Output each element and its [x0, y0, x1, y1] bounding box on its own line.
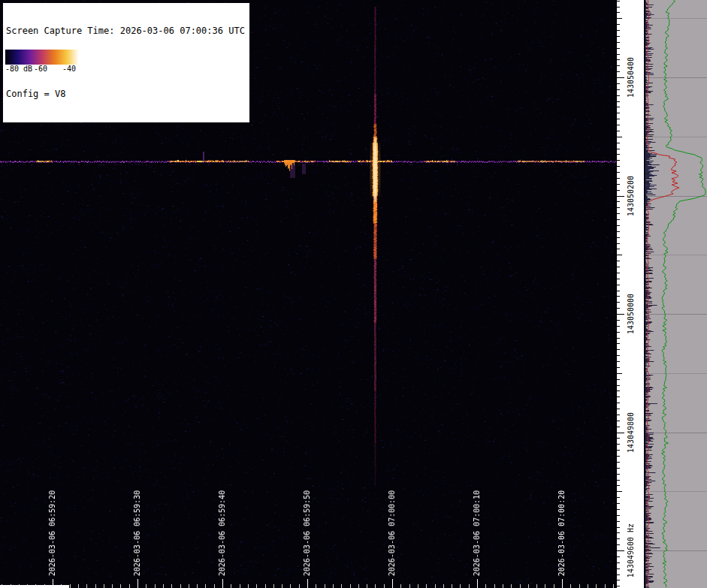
freq-tick: [617, 468, 620, 469]
freq-tick: [617, 296, 620, 297]
freq-tick: [617, 137, 622, 137]
freq-tick: [617, 143, 620, 143]
freq-tick: [617, 415, 620, 415]
config-text: Config = V8: [6, 89, 245, 99]
freq-tick-label: 143049600 Hz: [627, 523, 636, 577]
time-tick-label: 2026-03-06 06:59:50: [303, 490, 312, 576]
freq-tick: [617, 320, 620, 321]
bottom-scrollbar-thumb[interactable]: [0, 585, 69, 588]
freq-tick: [617, 379, 620, 380]
freq-tick: [617, 480, 620, 481]
colorbar-label-mid: -60: [34, 65, 47, 73]
freq-tick: [617, 550, 624, 551]
colorbar-labels: -80 dB -60 -40: [5, 65, 79, 74]
spectrum-panel-canvas: [645, 0, 707, 588]
time-tick-label: 2026-03-06 07:00:10: [473, 490, 482, 576]
freq-tick: [617, 491, 622, 492]
freq-tick: [617, 450, 620, 451]
freq-tick: [617, 24, 620, 25]
freq-tick: [617, 71, 620, 72]
freq-tick: [617, 308, 620, 309]
freq-tick: [617, 421, 620, 421]
freq-tick-label: 143050200: [627, 176, 636, 216]
time-tick-label: 2026-03-06 06:59:30: [133, 490, 142, 576]
freq-tick: [617, 178, 620, 179]
freq-tick: [617, 397, 620, 397]
colorbar-label-min: -80 dB: [5, 65, 32, 73]
freq-tick: [617, 532, 620, 533]
freq-tick: [617, 237, 620, 238]
freq-tick: [617, 409, 620, 409]
time-tick-label: 2026-03-06 06:59:40: [218, 490, 227, 576]
freq-tick: [617, 503, 620, 504]
freq-tick: [617, 361, 620, 362]
freq-tick: [617, 343, 620, 344]
time-tick-label: 2026-03-06 07:00:00: [388, 490, 397, 576]
freq-tick: [617, 302, 620, 303]
time-tick-label: 2026-03-06 07:00:20: [557, 490, 567, 576]
freq-tick: [617, 131, 620, 131]
freq-tick: [617, 201, 620, 202]
freq-tick: [617, 12, 620, 13]
freq-tick: [617, 36, 620, 37]
freq-tick: [617, 89, 620, 90]
freq-tick: [617, 107, 620, 107]
freq-tick: [617, 562, 620, 563]
freq-tick: [617, 456, 620, 457]
freq-tick: [617, 255, 622, 255]
freq-tick: [617, 427, 620, 427]
freq-tick: [617, 219, 620, 220]
freq-tick: [617, 574, 620, 575]
freq-tick: [617, 279, 620, 279]
freq-tick: [617, 586, 620, 586]
freq-tick: [617, 544, 620, 545]
freq-tick: [617, 184, 620, 185]
spectrogram-app: Screen Capture Time: 2026-03-06 07:00:36…: [0, 0, 707, 588]
freq-tick: [617, 42, 620, 43]
freq-tick: [617, 101, 620, 102]
freq-tick: [617, 7, 620, 8]
freq-tick: [617, 349, 620, 350]
freq-tick: [617, 285, 620, 285]
freq-tick: [617, 538, 620, 539]
freq-tick: [617, 83, 620, 84]
freq-tick: [617, 54, 620, 55]
freq-tick: [617, 243, 620, 244]
freq-tick: [617, 390, 620, 391]
freq-tick: [617, 485, 620, 486]
freq-tick-label: 143050000: [627, 294, 636, 334]
freq-tick: [617, 48, 620, 49]
freq-tick: [617, 65, 620, 66]
freq-tick: [617, 166, 620, 167]
freq-tick: [617, 568, 620, 569]
freq-tick: [617, 332, 620, 333]
freq-tick: [617, 249, 620, 249]
freq-tick: [617, 556, 620, 557]
freq-tick: [617, 462, 620, 463]
freq-tick: [617, 515, 620, 516]
freq-tick: [617, 355, 620, 356]
freq-tick: [617, 444, 620, 445]
frequency-axis: 1430504001430502001430500001430498001430…: [616, 0, 645, 588]
freq-tick: [617, 154, 620, 155]
freq-tick: [617, 213, 620, 214]
freq-tick: [617, 190, 620, 191]
freq-tick-label: 143050400: [627, 57, 636, 98]
freq-tick: [617, 207, 620, 208]
freq-tick: [617, 326, 620, 327]
freq-tick: [617, 77, 624, 78]
freq-tick: [617, 231, 620, 232]
freq-tick-label: 143049800: [627, 412, 636, 453]
freq-tick: [617, 433, 624, 433]
time-tick-label: 2026-03-06 06:59:20: [48, 490, 57, 576]
freq-tick: [617, 196, 624, 197]
freq-tick: [617, 95, 620, 96]
freq-tick: [617, 149, 620, 149]
freq-tick: [617, 373, 622, 374]
freq-tick: [617, 30, 620, 31]
colorbar-gradient: [5, 50, 79, 65]
freq-tick: [617, 474, 620, 475]
freq-tick: [617, 385, 620, 386]
colorbar-label-max: -40: [62, 65, 76, 73]
freq-tick: [617, 160, 620, 161]
